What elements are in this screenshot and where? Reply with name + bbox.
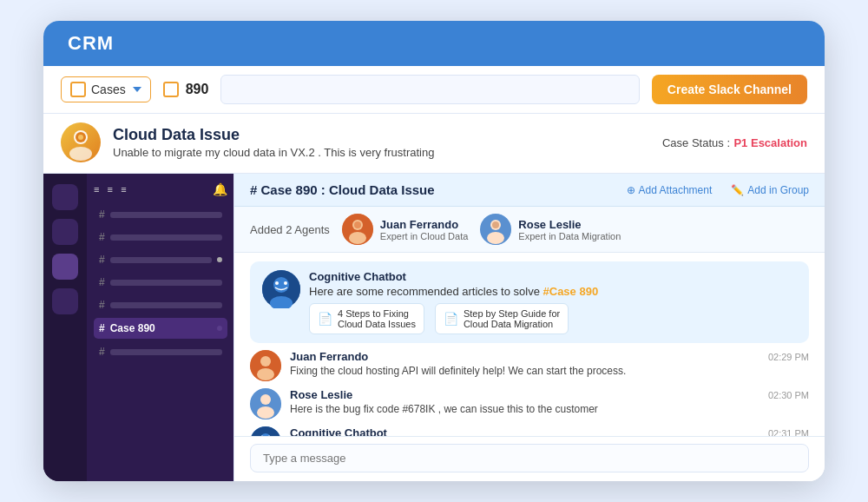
slack-nav-icon-1[interactable] xyxy=(52,184,78,210)
case-title: Cloud Data Issue xyxy=(113,126,650,144)
svg-point-3 xyxy=(78,135,83,140)
svg-point-13 xyxy=(273,277,289,293)
chat-input-bar xyxy=(234,436,825,481)
svg-point-6 xyxy=(349,232,366,244)
slack-channel-item[interactable]: # xyxy=(94,295,227,314)
create-slack-channel-button[interactable]: Create Slack Channel xyxy=(652,75,807,104)
svg-point-11 xyxy=(492,221,499,228)
case-details: Cloud Data Issue Unable to migrate my cl… xyxy=(113,126,650,159)
case-status-block: Case Status : P1 Escalation xyxy=(662,135,807,150)
svg-point-22 xyxy=(257,406,274,419)
agent-name-rose: Rose Leslie xyxy=(518,218,621,231)
slack-nav-icon-4[interactable] xyxy=(52,288,78,314)
case-number-icon xyxy=(163,82,179,97)
bot-name-1: Cognitive Chatbot xyxy=(309,270,598,283)
case-info-bar: Cloud Data Issue Unable to migrate my cl… xyxy=(43,114,825,174)
chat-messages: Cognitive Chatbot Here are some recommen… xyxy=(234,253,825,436)
bell-icon[interactable]: 🔔 xyxy=(213,182,227,196)
case-status-value: P1 Escalation xyxy=(733,136,807,149)
chat-panel: # Case 890 : Cloud Data Issue ⊕ Add Atta… xyxy=(234,174,825,481)
channel-hash-icon: # xyxy=(99,254,105,266)
case-status-label: Case Status : xyxy=(662,136,730,149)
slack-channel-list: # # # # xyxy=(94,205,227,361)
bot-text-1: Here are some recommended articles to so… xyxy=(309,285,598,298)
svg-point-7 xyxy=(354,221,361,228)
case-number-block: 890 xyxy=(163,82,209,97)
main-content: Related Solutions Open Acti... Activity … xyxy=(43,174,825,481)
channel-hash-icon: # xyxy=(99,346,105,358)
svg-point-15 xyxy=(284,281,287,285)
case-avatar-svg xyxy=(61,122,101,162)
slack-channels-panel: ≡ ≡ ≡ 🔔 # # xyxy=(87,174,234,481)
article-card-2[interactable]: 📄 Step by Step Guide forCloud Data Migra… xyxy=(435,303,569,334)
msg-avatar-bot-2 xyxy=(250,426,281,436)
msg-header-juan: Juan Ferrando 02:29 PM xyxy=(290,350,809,363)
slack-channel-item[interactable]: # xyxy=(94,250,227,269)
channel-bar-6 xyxy=(110,349,222,355)
message-row-juan: Juan Ferrando 02:29 PM Fixing the cloud … xyxy=(250,350,809,381)
agent-info-juan: Juan Ferrando Expert in Cloud Data xyxy=(380,218,469,241)
channel-unread-dot xyxy=(217,257,222,262)
agent-card-rose: Rose Leslie Expert in Data Migration xyxy=(480,214,621,245)
slack-channel-item[interactable]: # xyxy=(94,205,227,224)
slack-channel-item[interactable]: # xyxy=(94,228,227,247)
svg-point-18 xyxy=(260,356,271,367)
cases-dropdown[interactable]: Cases xyxy=(61,76,151,102)
slack-nav-icon-3[interactable] xyxy=(52,254,78,280)
msg-text-rose: Here is the bug fix code #678IK , we can… xyxy=(290,403,809,415)
chat-case-title: # Case 890 : Cloud Data Issue xyxy=(250,182,616,197)
app-container: CRM Cases 890 Create Slack Channel Cloud… xyxy=(43,21,825,481)
agent-card-juan: Juan Ferrando Expert in Cloud Data xyxy=(342,214,469,245)
add-in-group-button[interactable]: ✏️ Add in Group xyxy=(731,184,809,196)
add-attachment-button[interactable]: ⊕ Add Attachment xyxy=(627,184,713,196)
slack-panel: ≡ ≡ ≡ 🔔 # # xyxy=(43,174,234,481)
toolbar: Cases 890 Create Slack Channel xyxy=(43,66,825,114)
msg-avatar-juan xyxy=(250,350,281,381)
channel-bar-1 xyxy=(110,212,222,218)
chat-agents-bar: Added 2 Agents Juan Ferrando Expert in xyxy=(234,207,825,253)
msg-time-juan: 02:29 PM xyxy=(768,352,809,362)
channel-bar-3 xyxy=(110,257,212,263)
chat-input[interactable] xyxy=(250,444,809,472)
slack-channel-item[interactable]: # xyxy=(94,273,227,292)
channel-bar-4 xyxy=(110,280,222,286)
slack-channel-item[interactable]: # xyxy=(94,342,227,361)
slack-nav-icon-2[interactable] xyxy=(52,219,78,245)
svg-point-10 xyxy=(487,232,504,244)
channel-hash-icon: # xyxy=(99,299,105,311)
channel-bar-2 xyxy=(110,234,222,241)
bot-articles: 📄 4 Steps to FixingCloud Data Issues 📄 S… xyxy=(309,303,598,334)
active-channel-label: Case 890 xyxy=(110,322,212,334)
article-title-1: 4 Steps to FixingCloud Data Issues xyxy=(338,308,416,329)
add-in-group-label: Add in Group xyxy=(747,184,809,196)
svg-point-21 xyxy=(260,394,271,405)
document-icon-1: 📄 xyxy=(318,312,332,326)
cases-icon xyxy=(70,82,86,97)
msg-sender-rose: Rose Leslie xyxy=(290,388,352,401)
slack-workspace-header: ≡ ≡ ≡ 🔔 xyxy=(94,182,227,196)
add-attachment-label: Add Attachment xyxy=(639,184,713,196)
sidebar: Related Solutions Open Acti... Activity … xyxy=(43,174,234,481)
chat-header: # Case 890 : Cloud Data Issue ⊕ Add Atta… xyxy=(234,174,825,207)
bot-message-1: Cognitive Chatbot Here are some recommen… xyxy=(250,261,809,343)
active-channel-dot xyxy=(217,326,222,331)
message-row-rose: Rose Leslie 02:30 PM Here is the bug fix… xyxy=(250,388,809,419)
bot-avatar-1 xyxy=(262,270,300,308)
app-title: CRM xyxy=(68,32,114,55)
channel-bar-5 xyxy=(110,302,222,308)
slack-workspace-label: ≡ ≡ ≡ xyxy=(94,184,127,195)
case-number: 890 xyxy=(186,82,209,97)
top-bar: CRM xyxy=(43,21,825,66)
svg-point-1 xyxy=(69,147,92,161)
msg-time-bot-2: 02:31 PM xyxy=(768,428,809,436)
case-avatar xyxy=(61,122,101,162)
article-card-1[interactable]: 📄 4 Steps to FixingCloud Data Issues xyxy=(309,303,424,334)
slack-channel-case890[interactable]: # Case 890 xyxy=(94,318,227,339)
search-bar[interactable] xyxy=(220,75,639,104)
agent-role-juan: Expert in Cloud Data xyxy=(380,231,469,241)
msg-sender-juan: Juan Ferrando xyxy=(290,350,368,363)
msg-avatar-rose xyxy=(250,388,281,419)
agent-info-rose: Rose Leslie Expert in Data Migration xyxy=(518,218,621,241)
msg-body-bot-2: Cognitive Chatbot 02:31 PM Bug fix code … xyxy=(290,426,809,436)
agent-avatar-juan xyxy=(342,214,373,245)
